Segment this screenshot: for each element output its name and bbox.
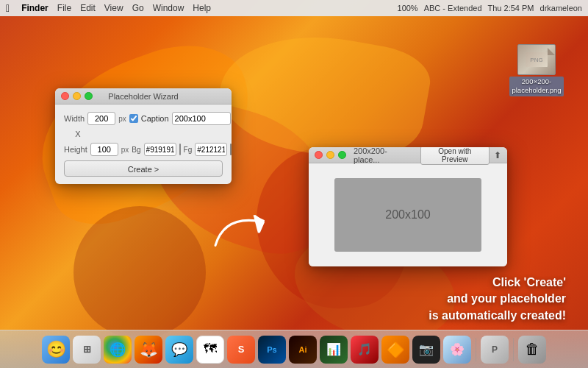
annotation-text: Click 'Create' and your placeholder is a… [429,275,566,324]
bg-swatch[interactable] [179,144,181,155]
preview-window: 200x200-place... Open with Preview ⬆ 200… [309,147,507,266]
bg-label: Bg [132,146,140,154]
fg-label: Fg [184,146,193,154]
dock-music[interactable]: 🎵 [351,336,379,364]
placeholder-dimension-text: 200x100 [385,208,430,222]
wizard-window: Placeholder Wizard Width px Caption X He… [55,88,232,184]
file-icon-label: 200×200-placeholder.png [509,77,563,96]
menubar-edit[interactable]: Edit [80,3,96,13]
height-row: Height px Bg Fg [64,143,223,156]
preview-title: 200x200-place... [354,147,413,164]
fg-hex-input[interactable] [195,143,227,156]
desktop:  Finder File Edit View Go Window Help 1… [0,0,588,368]
dock-numbers[interactable]: 📊 [320,336,348,364]
dock-chrome[interactable]: 🌐 [104,336,132,364]
dock-placeholder-app[interactable]: P [481,336,509,364]
dock-launchpad[interactable]: ⊞ [73,336,101,364]
menubar-go[interactable]: Go [132,3,144,13]
open-with-preview-button[interactable]: Open with Preview [420,147,490,165]
menubar-time: Thu 2:54 PM [488,4,534,13]
traffic-lights[interactable] [61,92,93,100]
caption-label: Caption [141,114,169,123]
dock-messages[interactable]: 💬 [165,336,193,364]
desktop-file-icon[interactable]: PNG 200×200-placeholder.png [514,44,559,96]
dock-photos[interactable]: 🌸 [443,336,471,364]
maximize-button[interactable] [85,92,93,100]
dock-vlc[interactable]: 🔶 [381,336,409,364]
dock-camera[interactable]: 📷 [412,336,440,364]
dock-maps[interactable]: 🗺 [196,336,224,364]
bg-hex-input[interactable] [144,143,176,156]
dock-firefox[interactable]: 🦊 [135,336,162,364]
height-label: Height [64,145,87,154]
dock: 😊 ⊞ 🌐 🦊 💬 🗺 S Ps Ai 📊 🎵 🔶 📷 🌸 P 🗑 [0,330,588,368]
preview-titlebar: 200x200-place... Open with Preview ⬆ [309,147,507,163]
menubar-view[interactable]: View [104,3,123,13]
dock-separator [476,338,476,361]
caption-checkbox[interactable] [129,114,138,123]
preview-body: 200x100 [309,163,507,266]
dock-separator-2 [513,338,514,361]
menubar-help[interactable]: Help [193,3,211,13]
dock-photoshop[interactable]: Ps [258,336,286,364]
menubar:  Finder File Edit View Go Window Help 1… [0,0,588,16]
annotation-line1: Click 'Create' [429,275,566,291]
preview-close-button[interactable] [315,151,323,159]
x-row: X [64,130,223,138]
width-label: Width [64,114,85,123]
menubar-input: ABC - Extended [424,4,482,13]
annotation-line3: is automatically created! [429,308,566,324]
dock-finder[interactable]: 😊 [42,336,70,364]
close-button[interactable] [61,92,69,100]
caption-input[interactable] [172,112,231,125]
height-input[interactable] [90,143,118,156]
wizard-titlebar: Placeholder Wizard [55,88,232,105]
menubar-battery: 100% [398,4,418,13]
x-label: X [64,130,92,138]
menubar-app-name[interactable]: Finder [21,3,49,13]
preview-minimize-button[interactable] [326,151,334,159]
apple-menu[interactable]:  [6,2,10,14]
width-input[interactable] [87,112,115,125]
share-icon[interactable]: ⬆ [494,150,501,160]
placeholder-image: 200x100 [334,178,481,252]
height-unit: px [121,146,129,154]
preview-maximize-button[interactable] [338,151,346,159]
dock-illustrator[interactable]: Ai [289,336,317,364]
menubar-user: drkameleon [540,4,582,13]
dock-sublime[interactable]: S [227,336,255,364]
menubar-file[interactable]: File [57,3,71,13]
width-unit: px [118,115,126,123]
minimize-button[interactable] [73,92,81,100]
width-row: Width px Caption [64,112,223,125]
fg-swatch[interactable] [230,144,232,155]
preview-traffic-lights[interactable] [315,151,346,159]
annotation-line2: and your placeholder [429,291,566,307]
wizard-title: Placeholder Wizard [108,92,178,101]
menubar-window[interactable]: Window [153,3,184,13]
dock-trash[interactable]: 🗑 [518,336,546,364]
file-icon-image: PNG [517,44,556,75]
create-button[interactable]: Create > [64,160,223,177]
